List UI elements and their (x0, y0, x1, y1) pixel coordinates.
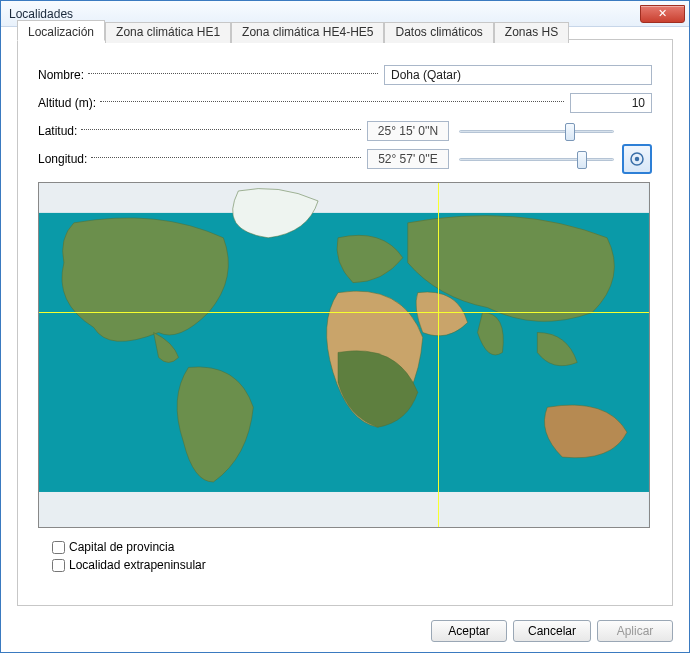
row-altitud: Altitud (m): (38, 90, 652, 116)
tab-zona-he1[interactable]: Zona climática HE1 (105, 22, 231, 43)
tab-zona-he4-he5[interactable]: Zona climática HE4-HE5 (231, 22, 384, 43)
extra-checkbox-input[interactable] (52, 559, 65, 572)
checkbox-group: Capital de provincia Localidad extrapeni… (38, 538, 652, 574)
row-nombre: Nombre: (38, 62, 652, 88)
tab-bar: Localización Zona climática HE1 Zona cli… (17, 20, 569, 41)
world-map-svg (39, 183, 649, 528)
svg-rect-3 (39, 183, 649, 213)
close-button[interactable]: ✕ (640, 5, 685, 23)
slider-track (459, 158, 614, 161)
label-longitud: Longitud: (38, 152, 87, 166)
window: Localidades ✕ Localización Zona climátic… (0, 0, 690, 653)
altitud-input[interactable] (570, 93, 652, 113)
capital-checkbox-input[interactable] (52, 541, 65, 554)
tab-datos-climaticos[interactable]: Datos climáticos (384, 22, 493, 43)
svg-rect-4 (39, 492, 649, 528)
slider-thumb[interactable] (577, 151, 587, 169)
apply-button: Aplicar (597, 620, 673, 642)
label-latitud: Latitud: (38, 124, 77, 138)
capital-checkbox-label: Capital de provincia (69, 540, 174, 554)
label-altitud: Altitud (m): (38, 96, 96, 110)
latitud-value: 25° 15' 0''N (367, 121, 449, 141)
accept-button[interactable]: Aceptar (431, 620, 507, 642)
row-latitud: Latitud: 25° 15' 0''N (38, 118, 652, 144)
dialog-buttons: Aceptar Cancelar Aplicar (431, 620, 673, 642)
dots (91, 157, 361, 158)
slider-track (459, 130, 614, 133)
crosshair-vertical (438, 183, 439, 527)
extra-checkbox-label: Localidad extrapeninsular (69, 558, 206, 572)
world-map[interactable] (38, 182, 650, 528)
row-longitud: Longitud: 52° 57' 0''E (38, 146, 652, 172)
dots (100, 101, 564, 102)
slider-thumb[interactable] (565, 123, 575, 141)
checkbox-capital[interactable]: Capital de provincia (52, 538, 652, 556)
dots (88, 73, 378, 74)
window-title: Localidades (9, 7, 634, 21)
tab-panel-container: Localización Zona climática HE1 Zona cli… (17, 39, 673, 606)
crosshair-horizontal (39, 312, 649, 313)
target-icon (628, 150, 646, 168)
tab-localizacion[interactable]: Localización (17, 20, 105, 41)
svg-point-1 (635, 157, 640, 162)
close-icon: ✕ (658, 7, 667, 20)
latitud-slider[interactable] (459, 122, 614, 140)
locate-button[interactable] (622, 144, 652, 174)
nombre-input[interactable] (384, 65, 652, 85)
tab-zonas-hs[interactable]: Zonas HS (494, 22, 569, 43)
longitud-slider[interactable] (459, 150, 614, 168)
longitud-value: 52° 57' 0''E (367, 149, 449, 169)
dots (81, 129, 361, 130)
tab-panel-localizacion: Nombre: Altitud (m): Latitud: 25° 15' 0'… (18, 40, 672, 584)
label-nombre: Nombre: (38, 68, 84, 82)
cancel-button[interactable]: Cancelar (513, 620, 591, 642)
checkbox-extrapeninsular[interactable]: Localidad extrapeninsular (52, 556, 652, 574)
